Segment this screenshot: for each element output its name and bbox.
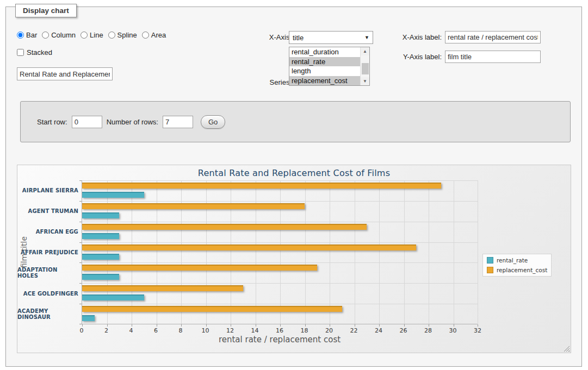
gridline [280, 180, 281, 324]
chart-type-radio-bar[interactable] [17, 32, 24, 39]
display-chart-panel: BarColumnLineSplineArea Stacked X-Axis: … [5, 7, 582, 367]
bar-replacement_cost[interactable] [82, 224, 367, 230]
bar-rental_rate[interactable] [82, 192, 144, 198]
x-tick-label: 14 [251, 327, 259, 334]
chart-type-radio-column[interactable] [42, 32, 49, 39]
scroll-down-icon[interactable]: ▼ [361, 77, 369, 85]
bar-replacement_cost[interactable] [82, 265, 317, 271]
bar-rental_rate[interactable] [82, 294, 144, 300]
scroll-up-icon[interactable]: ▲ [361, 47, 369, 55]
resize-handle-icon[interactable] [564, 346, 570, 352]
series-option-rental_rate[interactable]: rental_rate [289, 57, 369, 67]
x-axis-label-input[interactable] [445, 31, 541, 43]
bar-replacement_cost[interactable] [82, 203, 305, 209]
series-option-rental_duration[interactable]: rental_duration [289, 47, 369, 57]
axis-tick [256, 324, 256, 327]
chart-type-radio-label: Column [51, 31, 76, 39]
chart-title-input[interactable] [17, 67, 113, 80]
series-options: rental_durationrental_ratelengthreplacem… [289, 47, 369, 85]
axis-tick [79, 180, 82, 181]
chart-type-option-spline[interactable]: Spline [108, 31, 137, 39]
chart-type-radio-spline[interactable] [108, 32, 115, 39]
axis-tick [379, 324, 380, 327]
row-range-controls: Start row: Number of rows: Go [20, 101, 571, 142]
gridline [355, 180, 355, 324]
series-listbox[interactable]: rental_durationrental_ratelengthreplacem… [289, 47, 370, 86]
gridline [82, 222, 478, 222]
bar-rental_rate[interactable] [82, 233, 119, 239]
axis-tick [79, 242, 82, 243]
gridline [157, 180, 157, 324]
axis-tick [107, 324, 108, 327]
series-select-label: Series: [245, 78, 292, 86]
bar-replacement_cost[interactable] [82, 183, 441, 189]
chart-type-radio-label: Area [151, 31, 166, 39]
series-option-length[interactable]: length [289, 66, 369, 76]
category-label: AIRPLANE SIERRA [17, 180, 78, 201]
x-tick-label: 10 [202, 327, 209, 334]
gridline [132, 180, 132, 324]
category-label: AFRICAN EGG [17, 222, 78, 242]
axis-tick [157, 324, 157, 327]
axis-tick [231, 324, 231, 327]
series-list-scrollbar[interactable]: ▲ ▼ [360, 47, 369, 85]
chart-type-radio-group: BarColumnLineSplineArea [17, 31, 166, 39]
stacked-option[interactable]: Stacked [17, 48, 52, 57]
start-row-input[interactable] [72, 116, 102, 128]
x-tick-label: 20 [325, 327, 333, 334]
number-of-rows-input[interactable] [163, 116, 193, 128]
number-of-rows-label: Number of rows: [107, 118, 158, 126]
legend-swatch-icon [487, 267, 493, 273]
chart-type-option-line[interactable]: Line [81, 31, 103, 39]
x-axis-select[interactable]: title ▼ [289, 31, 373, 44]
panel-legend: Display chart [15, 4, 77, 17]
x-tick-label: 0 [80, 327, 84, 334]
legend-label: rental_rate [497, 257, 528, 264]
chart-type-option-bar[interactable]: Bar [17, 31, 37, 39]
gridline [330, 180, 330, 324]
legend-item-rental_rate[interactable]: rental_rate [487, 257, 547, 264]
gridline [107, 180, 108, 324]
go-button[interactable]: Go [201, 115, 225, 129]
legend-item-replacement_cost[interactable]: replacement_cost [487, 267, 547, 273]
axis-tick [280, 324, 281, 327]
y-axis-label-input[interactable] [445, 51, 541, 63]
axis-tick [355, 324, 355, 327]
chart-type-radio-label: Line [90, 31, 103, 39]
gridline [206, 180, 207, 324]
gridline [82, 304, 478, 304]
page: Display chart BarColumnLineSplineArea St… [0, 0, 588, 370]
stacked-checkbox[interactable] [17, 49, 24, 56]
scrollbar-thumb[interactable] [362, 63, 369, 74]
gridline [379, 180, 380, 324]
x-tick-label: 8 [179, 327, 183, 334]
bar-rental_rate[interactable] [82, 254, 119, 260]
chart-type-radio-label: Spline [117, 31, 137, 39]
chart-type-option-area[interactable]: Area [142, 31, 166, 39]
axis-tick [79, 324, 82, 324]
category-label: ACE GOLDFINGER [17, 283, 78, 304]
gridline [454, 180, 454, 324]
legend-swatch-icon [487, 257, 493, 264]
chart-legend: rental_ratereplacement_cost [482, 254, 552, 277]
legend-label: replacement_cost [497, 267, 547, 273]
bar-replacement_cost[interactable] [82, 244, 416, 250]
axis-tick [132, 324, 132, 327]
chart-type-radio-line[interactable] [81, 32, 88, 39]
bar-rental_rate[interactable] [82, 315, 95, 321]
gridline [404, 180, 405, 324]
bar-replacement_cost[interactable] [82, 285, 243, 291]
axis-tick [404, 324, 405, 327]
chart-title: Rental Rate and Replacement Cost of Film… [17, 168, 571, 178]
series-option-replacement_cost[interactable]: replacement_cost [289, 76, 369, 86]
bar-replacement_cost[interactable] [82, 306, 342, 312]
axis-tick [429, 324, 429, 327]
chart-type-radio-area[interactable] [142, 32, 149, 39]
x-axis-select-label: X-Axis: [245, 33, 292, 41]
bar-rental_rate[interactable] [82, 274, 119, 280]
bar-rental_rate[interactable] [82, 212, 119, 218]
category-label: ADAPTATION HOLES [17, 262, 78, 283]
x-tick-label: 16 [276, 327, 283, 334]
axis-tick [79, 304, 82, 304]
chart-type-option-column[interactable]: Column [42, 31, 76, 39]
